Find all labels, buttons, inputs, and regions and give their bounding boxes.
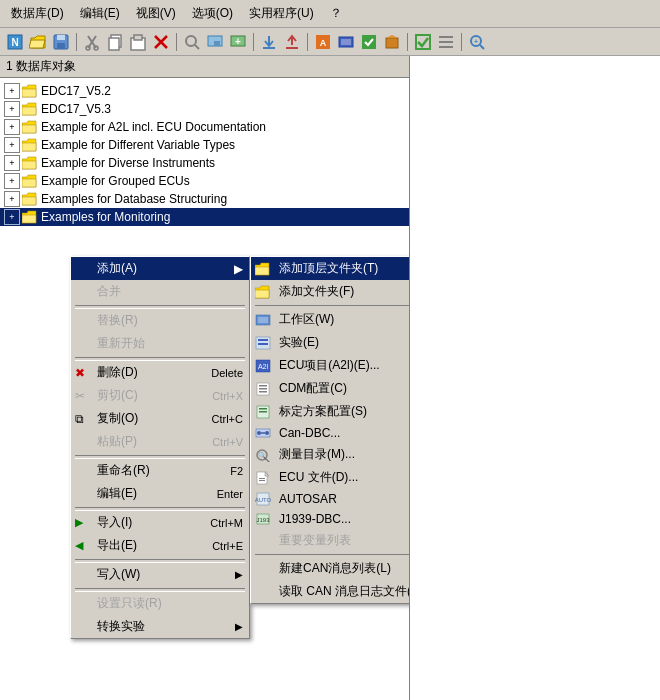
submenu-ecu-project[interactable]: A2l ECU项目(A2l)(E)... Ctrl+P <box>251 354 410 377</box>
menu-restart[interactable]: 重新开始 <box>71 332 249 355</box>
menu-rename[interactable]: 重命名(R) F2 <box>71 459 249 482</box>
expand-edc17v53[interactable]: + <box>4 101 20 117</box>
submenu-read-can-log[interactable]: 读取 CAN 消息日志文件(R)... <box>251 580 410 603</box>
menu-help[interactable]: ？ <box>323 2 349 25</box>
open-btn[interactable] <box>27 31 49 53</box>
menubar: 数据库(D) 编辑(E) 视图(V) 选项(O) 实用程序(U) ？ <box>0 0 660 28</box>
panel-header: 1 数据库对象 <box>0 56 409 78</box>
add-btn[interactable]: + <box>227 31 249 53</box>
menu-readonly[interactable]: 设置只读(R) <box>71 592 249 615</box>
delete-btn[interactable] <box>150 31 172 53</box>
menu-db[interactable]: 数据库(D) <box>4 2 71 25</box>
expand-a2l[interactable]: + <box>4 119 20 135</box>
submenu-experiment[interactable]: 实验(E) Ctrl+T <box>251 331 410 354</box>
svg-text:🔍: 🔍 <box>258 451 267 460</box>
menu-copy[interactable]: ⧉ 复制(O) Ctrl+C <box>71 407 249 430</box>
svg-rect-12 <box>134 35 142 40</box>
top-folder-icon <box>255 262 271 276</box>
sep6 <box>461 33 462 51</box>
submenu-important-vars[interactable]: 重要变量列表 <box>251 529 410 552</box>
expand-mon[interactable]: + <box>4 209 20 225</box>
submenu-can-dbc[interactable]: Can-DBC... <box>251 423 410 443</box>
tree-item-example-var[interactable]: + Example for Different Variable Types <box>0 136 409 154</box>
tree-item-example-div[interactable]: + Example for Diverse Instruments <box>0 154 409 172</box>
folder-icon-edc17v52 <box>22 84 38 98</box>
svg-text:J193: J193 <box>256 517 270 523</box>
menu-cut[interactable]: ✂ 剪切(C) Ctrl+X <box>71 384 249 407</box>
folder-add-icon <box>255 285 271 299</box>
tool4-btn[interactable] <box>381 31 403 53</box>
menu-merge[interactable]: 合并 <box>71 280 249 303</box>
menu-view[interactable]: 视图(V) <box>129 2 183 25</box>
label-edc17v53: EDC17_V5.3 <box>41 102 111 116</box>
submenu-j1939-dbc[interactable]: J193 J1939-DBC... <box>251 509 410 529</box>
back-btn[interactable] <box>204 31 226 53</box>
svg-rect-47 <box>259 391 267 393</box>
context-menu: 添加(A) ▶ 合并 替换(R) 重新开始 ✖ <box>70 256 250 639</box>
search-btn[interactable] <box>181 31 203 53</box>
zoom-btn[interactable]: + <box>466 31 488 53</box>
sep1 <box>76 33 77 51</box>
workspace-icon <box>255 313 271 327</box>
label-div: Example for Diverse Instruments <box>41 156 215 170</box>
menu-write[interactable]: 写入(W) ▶ <box>71 563 249 586</box>
tool1-btn[interactable]: A <box>312 31 334 53</box>
new-db-btn[interactable]: N <box>4 31 26 53</box>
menu-edit[interactable]: 编辑(E) <box>73 2 127 25</box>
tree-item-edc17v53[interactable]: + EDC17_V5.3 <box>0 100 409 118</box>
expand-div[interactable]: + <box>4 155 20 171</box>
sep5 <box>407 33 408 51</box>
check-btn[interactable] <box>412 31 434 53</box>
submenu-new-can-list[interactable]: 新建CAN消息列表(L) <box>251 557 410 580</box>
submenu-add-folder[interactable]: 添加文件夹(F) Insert <box>251 280 410 303</box>
submenu-cdm-config[interactable]: CDM配置(C) <box>251 377 410 400</box>
save-btn[interactable] <box>50 31 72 53</box>
menu-export[interactable]: ◀ 导出(E) Ctrl+E <box>71 534 249 557</box>
submenu-add-top-folder[interactable]: 添加顶层文件夹(T) <box>251 257 410 280</box>
menu-add[interactable]: 添加(A) ▶ <box>71 257 249 280</box>
submenu-workspace[interactable]: 工作区(W) Ctrl+W <box>251 308 410 331</box>
folder-icon-div <box>22 156 38 170</box>
svg-rect-41 <box>258 343 268 345</box>
menu-convert[interactable]: 转换实验 ▶ <box>71 615 249 638</box>
svg-text:+: + <box>235 36 241 47</box>
label-db: Examples for Database Structuring <box>41 192 227 206</box>
menu-delete[interactable]: ✖ 删除(D) Delete <box>71 361 249 384</box>
cut-btn[interactable] <box>81 31 103 53</box>
expand-var[interactable]: + <box>4 137 20 153</box>
menu-options[interactable]: 选项(O) <box>185 2 240 25</box>
tree-item-example-grp[interactable]: + Example for Grouped ECUs <box>0 172 409 190</box>
list-btn[interactable] <box>435 31 457 53</box>
down-btn[interactable] <box>258 31 280 53</box>
tree-item-example-mon[interactable]: + Examples for Monitoring <box>0 208 409 226</box>
expand-edc17v52[interactable]: + <box>4 83 20 99</box>
menu-edit[interactable]: 编辑(E) Enter <box>71 482 249 505</box>
folder-icon-mon <box>22 210 38 224</box>
tool3-btn[interactable] <box>358 31 380 53</box>
autosar-icon: AUTO <box>255 492 271 506</box>
cdm-icon <box>255 382 271 396</box>
paste-btn[interactable] <box>127 31 149 53</box>
submenu-meas-dir[interactable]: 🔍 测量目录(M)... <box>251 443 410 466</box>
menu-utils[interactable]: 实用程序(U) <box>242 2 321 25</box>
tool2-btn[interactable] <box>335 31 357 53</box>
copy-btn[interactable] <box>104 31 126 53</box>
menu-replace[interactable]: 替换(R) <box>71 309 249 332</box>
tree-item-example-db[interactable]: + Examples for Database Structuring <box>0 190 409 208</box>
expand-grp[interactable]: + <box>4 173 20 189</box>
tree-item-example-a2l[interactable]: + Example for A2L incl. ECU Documentatio… <box>0 118 409 136</box>
submenu-calib-config[interactable]: 标定方案配置(S) <box>251 400 410 423</box>
export-btn[interactable] <box>281 31 303 53</box>
submenu-autosar[interactable]: AUTO AUTOSAR <box>251 489 410 509</box>
expand-db[interactable]: + <box>4 191 20 207</box>
svg-rect-31 <box>439 36 453 38</box>
svg-rect-32 <box>439 41 453 43</box>
menu-paste[interactable]: 粘贴(P) Ctrl+V <box>71 430 249 453</box>
svg-rect-45 <box>259 385 267 387</box>
folder-icon-db <box>22 192 38 206</box>
submenu-sep-1 <box>255 305 410 306</box>
submenu-ecu-file[interactable]: ECU 文件(D)... <box>251 466 410 489</box>
tree-item-edc17v52[interactable]: + EDC17_V5.2 <box>0 82 409 100</box>
menu-import[interactable]: ▶ 导入(I) Ctrl+M <box>71 511 249 534</box>
folder-icon-a2l <box>22 120 38 134</box>
